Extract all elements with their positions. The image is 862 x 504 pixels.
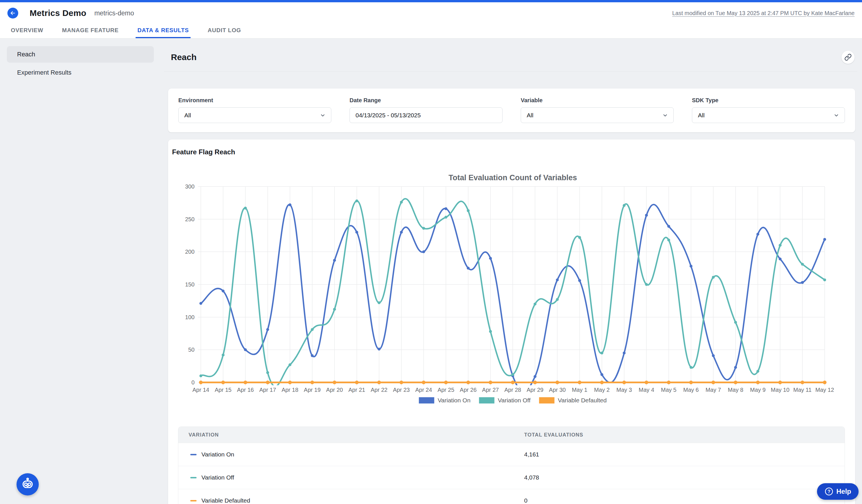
- svg-text:Variation Off: Variation Off: [498, 397, 531, 403]
- svg-text:May 11: May 11: [793, 387, 812, 393]
- svg-text:May 3: May 3: [616, 387, 632, 393]
- svg-text:100: 100: [185, 314, 195, 320]
- svg-text:Apr 29: Apr 29: [527, 387, 544, 393]
- svg-text:Apr 23: Apr 23: [393, 387, 410, 393]
- total-evaluations-value: 0: [524, 489, 845, 504]
- svg-text:May 9: May 9: [750, 387, 766, 393]
- copy-link-button[interactable]: [841, 51, 854, 64]
- help-label: Help: [836, 488, 851, 495]
- svg-text:Apr 21: Apr 21: [348, 387, 365, 393]
- back-arrow-icon: [10, 10, 16, 16]
- chart-legend: Variation OnVariation OffVariable Defaul…: [419, 397, 606, 403]
- table-row: Variation On4,161: [178, 443, 845, 466]
- svg-text:May 8: May 8: [728, 387, 743, 393]
- filter-sdk-type: SDK Type All: [692, 97, 845, 124]
- last-modified-text[interactable]: Last modified on Tue May 13 2025 at 2:47…: [672, 10, 854, 16]
- variation-label: Variable Defaulted: [201, 497, 250, 504]
- metrics-dashboard-page: { "app": { "title": "Metrics Demo", "slu…: [0, 0, 862, 504]
- sdk-type-value: All: [698, 112, 704, 119]
- svg-text:Apr 18: Apr 18: [282, 387, 298, 393]
- filter-label: Date Range: [350, 97, 502, 104]
- chart-series-variable-defaulted: [199, 381, 827, 384]
- filter-label: Variable: [521, 97, 674, 104]
- sidebar-item-experiment-results[interactable]: Experiment Results: [7, 64, 154, 81]
- chevron-down-icon: [834, 113, 839, 118]
- variation-cell: Variation Off: [178, 466, 524, 489]
- sidebar-item-reach[interactable]: Reach: [7, 46, 154, 63]
- total-evaluations-value: 4,161: [524, 443, 845, 466]
- environment-select[interactable]: All: [178, 107, 331, 123]
- column-header-total-evaluations: TOTAL EVALUATIONS: [524, 432, 845, 438]
- tab-manage-feature[interactable]: MANAGE FEATURE: [61, 24, 120, 38]
- variation-totals-table: VARIATION TOTAL EVALUATIONS Variation On…: [178, 426, 845, 504]
- filters-card: Environment All Date Range 04/13/2025 - …: [168, 89, 855, 132]
- svg-text:May 12: May 12: [815, 387, 834, 393]
- tab-overview[interactable]: OVERVIEW: [9, 24, 45, 38]
- svg-text:Apr 17: Apr 17: [259, 387, 276, 393]
- table-row: Variable Defaulted0: [178, 489, 845, 504]
- filter-variable: Variable All: [521, 97, 674, 124]
- svg-text:Variable Defaulted: Variable Defaulted: [558, 397, 606, 403]
- back-button[interactable]: [8, 8, 18, 18]
- legend-item[interactable]: Variable Defaulted: [539, 397, 606, 403]
- line-chart-svg: 050100150200250300Apr 14Apr 15Apr 16Apr …: [171, 159, 854, 421]
- svg-text:?: ?: [827, 489, 831, 494]
- svg-text:Apr 26: Apr 26: [460, 387, 476, 393]
- chevron-down-icon: [663, 113, 668, 118]
- svg-text:May 10: May 10: [771, 387, 789, 393]
- date-range-input[interactable]: 04/13/2025 - 05/13/2025: [350, 107, 502, 123]
- svg-text:300: 300: [185, 183, 195, 190]
- chart-title: Total Evaluation Count of Variables: [448, 173, 577, 182]
- series-color-dash-icon: [190, 500, 197, 502]
- svg-text:250: 250: [185, 216, 195, 222]
- tab-bar: OVERVIEW MANAGE FEATURE DATA & RESULTS A…: [0, 24, 862, 38]
- assistant-bot-button[interactable]: [16, 473, 39, 495]
- filter-date-range: Date Range 04/13/2025 - 05/13/2025: [350, 97, 502, 124]
- sdk-type-select[interactable]: All: [692, 107, 845, 123]
- variable-select[interactable]: All: [521, 107, 674, 123]
- total-evaluations-value: 4,078: [524, 466, 845, 489]
- evaluation-count-chart[interactable]: 050100150200250300Apr 14Apr 15Apr 16Apr …: [171, 159, 854, 421]
- card-title: Feature Flag Reach: [172, 148, 235, 156]
- legend-item[interactable]: Variation Off: [479, 397, 531, 403]
- filter-label: SDK Type: [692, 97, 845, 104]
- svg-text:Apr 22: Apr 22: [370, 387, 388, 393]
- help-button[interactable]: ? Help: [817, 483, 859, 500]
- date-range-value: 04/13/2025 - 05/13/2025: [355, 112, 421, 119]
- svg-text:Apr 15: Apr 15: [215, 387, 232, 393]
- series-color-dash-icon: [190, 477, 197, 478]
- feature-flag-reach-card: Feature Flag Reach 050100150200250300Apr…: [168, 140, 855, 504]
- reach-section-header: Reach: [164, 43, 858, 71]
- svg-text:May 7: May 7: [706, 387, 721, 393]
- robot-icon: [20, 477, 35, 492]
- svg-text:May 2: May 2: [594, 387, 610, 393]
- variation-label: Variation Off: [201, 474, 234, 481]
- svg-text:Apr 27: Apr 27: [482, 387, 499, 393]
- svg-text:Apr 20: Apr 20: [326, 387, 343, 393]
- svg-text:Apr 14: Apr 14: [193, 387, 209, 393]
- chevron-down-icon: [320, 113, 325, 118]
- legend-item[interactable]: Variation On: [419, 397, 470, 403]
- variation-cell: Variable Defaulted: [178, 489, 524, 504]
- section-title: Reach: [171, 52, 197, 62]
- svg-text:Apr 28: Apr 28: [505, 387, 521, 393]
- svg-text:0: 0: [192, 379, 195, 386]
- svg-text:May 6: May 6: [683, 387, 698, 393]
- svg-text:50: 50: [188, 346, 195, 353]
- filter-label: Environment: [178, 97, 331, 104]
- top-accent-bar: [0, 0, 862, 2]
- tab-data-results[interactable]: DATA & RESULTS: [135, 24, 190, 38]
- results-sidebar: Reach Experiment Results: [7, 46, 154, 81]
- variable-value: All: [527, 112, 533, 119]
- svg-text:May 4: May 4: [639, 387, 654, 393]
- app-header: Metrics Demo metrics-demo Last modified …: [0, 2, 862, 24]
- svg-text:Apr 19: Apr 19: [304, 387, 321, 393]
- page-title: Metrics Demo: [30, 8, 86, 18]
- svg-text:Apr 30: Apr 30: [549, 387, 566, 393]
- svg-text:150: 150: [185, 281, 195, 288]
- tab-audit-log[interactable]: AUDIT LOG: [206, 24, 243, 38]
- environment-value: All: [184, 112, 191, 119]
- series-color-dash-icon: [190, 454, 197, 455]
- svg-text:Apr 25: Apr 25: [437, 387, 454, 393]
- variation-cell: Variation On: [178, 443, 524, 466]
